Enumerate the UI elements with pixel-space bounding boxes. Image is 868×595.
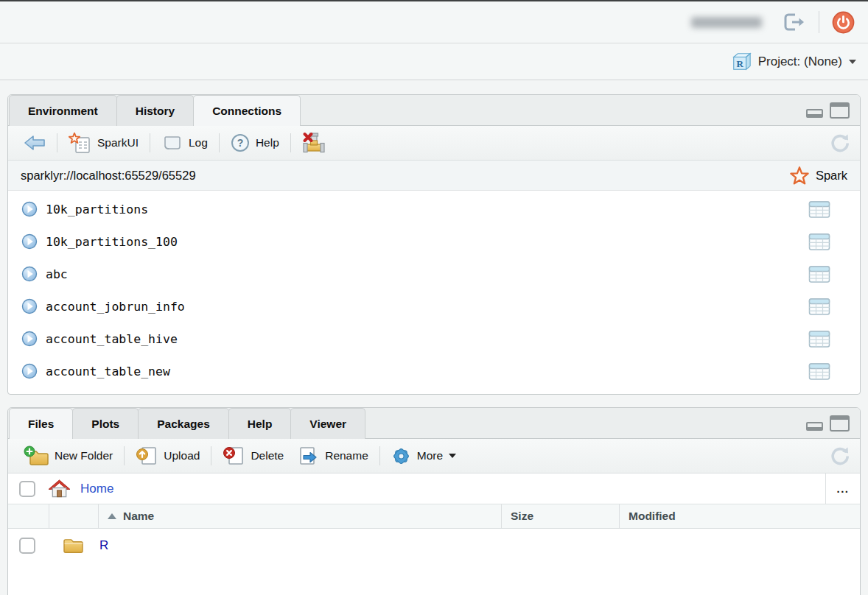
tab-connections[interactable]: Connections xyxy=(193,95,301,126)
more-label: More xyxy=(417,449,443,462)
username-redacted xyxy=(691,17,762,28)
minimize-pane-button[interactable] xyxy=(806,109,823,118)
toolbar-separator xyxy=(211,446,211,465)
log-label: Log xyxy=(189,136,208,149)
sign-out-icon[interactable] xyxy=(781,11,806,33)
file-checkbox[interactable] xyxy=(19,538,35,554)
sparkui-button[interactable]: SparkUI xyxy=(62,133,145,154)
help-button[interactable]: ? Help xyxy=(224,133,286,152)
expand-arrow-icon[interactable] xyxy=(21,298,38,314)
refresh-button[interactable] xyxy=(830,446,850,466)
delete-button[interactable]: Delete xyxy=(216,446,290,466)
r-project-cube-icon: R xyxy=(731,52,752,72)
spark-star-icon xyxy=(790,166,809,185)
table-row: account_table_hive xyxy=(8,323,860,355)
path-more-button[interactable]: ... xyxy=(825,473,860,504)
header-modified[interactable]: Modified xyxy=(620,504,860,528)
table-row: abc xyxy=(8,258,860,290)
rename-icon xyxy=(297,446,319,466)
expand-arrow-icon[interactable] xyxy=(21,363,38,379)
refresh-icon xyxy=(830,446,850,466)
sparkui-icon xyxy=(69,133,91,154)
project-header-bar: R Project: (None) xyxy=(0,43,868,80)
breadcrumb-home-link[interactable]: Home xyxy=(80,482,113,496)
files-pane: Files Plots Packages Help Viewer New Fol… xyxy=(7,407,861,595)
refresh-icon xyxy=(830,133,850,153)
header-size[interactable]: Size xyxy=(502,504,620,528)
help-label: Help xyxy=(256,136,279,149)
header-icon-column xyxy=(49,504,99,528)
refresh-button[interactable] xyxy=(830,133,850,153)
expand-arrow-icon[interactable] xyxy=(21,331,38,347)
table-row: 10k_partitions xyxy=(8,193,860,225)
log-scroll-icon xyxy=(161,134,183,152)
tab-files[interactable]: Files xyxy=(9,408,73,439)
maximize-pane-button[interactable] xyxy=(830,415,850,432)
tab-packages[interactable]: Packages xyxy=(138,408,229,439)
view-table-icon[interactable] xyxy=(808,362,830,381)
home-icon xyxy=(48,479,71,499)
svg-text:?: ? xyxy=(237,137,244,149)
connection-url-bar: sparklyr://localhost:65529/65529 Spark xyxy=(8,161,860,191)
connections-toolbar: SparkUI Log ? Help xyxy=(8,126,860,161)
more-button[interactable]: More xyxy=(385,446,463,466)
table-name[interactable]: account_table_hive xyxy=(46,332,178,346)
new-folder-icon xyxy=(24,446,49,466)
rename-button[interactable]: Rename xyxy=(290,446,375,466)
select-all-checkbox[interactable] xyxy=(19,481,35,497)
delete-icon xyxy=(223,446,245,466)
folder-icon xyxy=(62,537,85,555)
file-name-link[interactable]: R xyxy=(99,538,108,553)
table-name[interactable]: account_jobrun_info xyxy=(46,300,185,314)
tab-help[interactable]: Help xyxy=(228,408,292,439)
tab-environment[interactable]: Environment xyxy=(9,95,117,126)
header-checkbox-column xyxy=(8,504,49,528)
back-button[interactable] xyxy=(17,134,52,152)
disconnect-pipe-icon xyxy=(302,132,326,154)
sparkui-label: SparkUI xyxy=(97,136,139,149)
rename-label: Rename xyxy=(325,449,368,462)
table-name[interactable]: abc xyxy=(46,267,68,281)
delete-label: Delete xyxy=(251,449,284,462)
maximize-pane-button[interactable] xyxy=(830,102,850,119)
table-name[interactable]: 10k_partitions xyxy=(46,203,148,216)
provider-label: Spark xyxy=(816,169,847,183)
connection-url: sparklyr://localhost:65529/65529 xyxy=(21,169,196,183)
header-divider xyxy=(819,11,819,33)
gear-icon xyxy=(391,446,411,466)
toolbar-separator xyxy=(219,133,220,152)
quit-session-power-button[interactable] xyxy=(832,11,855,34)
view-table-icon[interactable] xyxy=(808,330,830,348)
chevron-down-icon xyxy=(449,454,456,462)
connections-pane: Environment History Connections SparkUI xyxy=(7,94,861,395)
svg-text:R: R xyxy=(736,57,743,68)
tab-viewer[interactable]: Viewer xyxy=(290,408,365,439)
toolbar-separator xyxy=(150,133,150,152)
files-tabstrip: Files Plots Packages Help Viewer xyxy=(8,408,860,439)
project-selector-label[interactable]: Project: (None) xyxy=(758,54,842,69)
table-row: account_jobrun_info xyxy=(8,290,860,323)
toolbar-separator xyxy=(290,133,291,152)
connections-tabstrip: Environment History Connections xyxy=(8,95,860,126)
upload-button[interactable]: Upload xyxy=(129,446,206,466)
connection-tables-list: 10k_partitions 10k_partitions_100 abc ac… xyxy=(8,191,860,387)
disconnect-button[interactable] xyxy=(295,132,332,154)
table-row: account_table_new xyxy=(8,355,860,387)
new-folder-button[interactable]: New Folder xyxy=(17,446,119,466)
view-table-icon[interactable] xyxy=(808,298,830,316)
view-table-icon[interactable] xyxy=(808,233,830,251)
files-toolbar: New Folder Upload Delete Ren xyxy=(8,439,860,473)
tab-plots[interactable]: Plots xyxy=(72,408,139,439)
expand-arrow-icon[interactable] xyxy=(21,201,38,217)
tab-history[interactable]: History xyxy=(116,95,194,126)
expand-arrow-icon[interactable] xyxy=(21,266,38,282)
table-name[interactable]: account_table_new xyxy=(46,365,170,379)
minimize-pane-button[interactable] xyxy=(806,422,823,431)
expand-arrow-icon[interactable] xyxy=(21,233,38,250)
table-name[interactable]: 10k_partitions_100 xyxy=(46,235,178,249)
files-table-header: Name Size Modified xyxy=(8,504,860,529)
view-table-icon[interactable] xyxy=(808,200,830,219)
log-button[interactable]: Log xyxy=(155,134,214,152)
header-name[interactable]: Name xyxy=(99,504,502,528)
view-table-icon[interactable] xyxy=(808,265,830,284)
